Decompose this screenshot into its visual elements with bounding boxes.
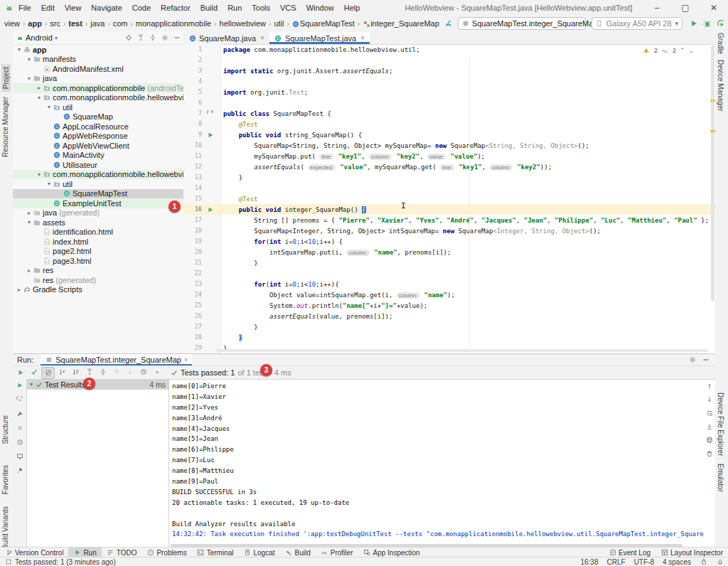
chevron-down-icon[interactable]: ▾	[46, 104, 53, 110]
breadcrumb-item[interactable]: util	[272, 19, 285, 28]
stripe-device-file-explorer[interactable]: Device File Explorer	[717, 393, 724, 456]
breadcrumb-item[interactable]: src	[48, 19, 62, 28]
bell-icon[interactable]	[716, 558, 724, 566]
close-icon[interactable]: ×	[184, 356, 188, 363]
chevron-down-icon[interactable]: ▾	[16, 46, 23, 53]
tree-item-java[interactable]: ▾java	[13, 74, 183, 84]
collapseall-icon[interactable]	[149, 34, 156, 42]
close-icon[interactable]: ×	[360, 34, 365, 42]
pin-icon[interactable]	[16, 466, 23, 474]
breadcrumb-item[interactable]: java	[89, 19, 106, 28]
profiler-icon[interactable]	[716, 19, 725, 28]
tree-item-res[interactable]: ▸res	[13, 266, 183, 276]
test-results-row[interactable]: ▾ Test Results 4 ms	[27, 379, 168, 390]
toolwindow-button-build[interactable]: Build	[280, 548, 316, 557]
monitor-icon[interactable]	[16, 452, 23, 460]
editor[interactable]: CSquareMap.java×CSquareMapTest.java× 2 2…	[183, 31, 715, 353]
menu-window[interactable]: Window	[301, 4, 339, 12]
breadcrumb-item[interactable]: hellowebview	[218, 19, 267, 28]
close-icon[interactable]: ×	[260, 34, 264, 42]
print-icon[interactable]	[706, 436, 714, 444]
run-console[interactable]: name[0]=Pierrename[1]=Xaviername[2]=Yves…	[169, 379, 704, 548]
next-problem-icon[interactable]: ⌄	[688, 47, 694, 54]
tree-item-utilisateur[interactable]: CUtilisateur	[13, 160, 183, 170]
check-button[interactable]	[28, 367, 40, 378]
run-test-icon[interactable]	[205, 129, 215, 140]
editor-horizontal-scrollbar[interactable]	[216, 349, 708, 352]
gear-icon[interactable]	[688, 356, 696, 364]
tree-item-androidmanifest-xml[interactable]: AndroidManifest.xml	[13, 64, 183, 74]
project-view-selector[interactable]: Android	[26, 33, 53, 42]
chevron-right-icon[interactable]: ▸	[26, 210, 33, 216]
tree-item-util[interactable]: ▾util	[13, 102, 183, 112]
tree-item-index-html[interactable]: index.html	[13, 237, 183, 247]
status-message[interactable]: Tests passed: 1 (3 minutes ago)	[15, 558, 116, 566]
tree-item-appwebviewclient[interactable]: CAppWebViewClient	[13, 141, 183, 151]
chevron-down-icon[interactable]: ▾	[46, 181, 53, 187]
expandall-button[interactable]	[83, 367, 95, 378]
breadcrumb-item[interactable]: CSquareMapTest	[291, 19, 356, 28]
menu-view[interactable]: View	[60, 4, 87, 12]
hide-icon[interactable]	[702, 356, 710, 364]
maximize-button[interactable]: ▢	[671, 3, 700, 13]
menu-navigate[interactable]: Navigate	[86, 4, 127, 12]
breadcrumb-item[interactable]: com	[112, 19, 129, 28]
stripe-favorites[interactable]: Favorites	[1, 465, 9, 494]
breadcrumb-item[interactable]: monapplicationmobile	[134, 19, 213, 28]
close-button[interactable]: ✕	[700, 3, 728, 13]
sort-alpha-button[interactable]: a	[56, 367, 68, 378]
menu-help[interactable]: Help	[339, 4, 365, 12]
hide-icon[interactable]	[173, 34, 181, 42]
toolwindow-button-version-control[interactable]: Version Control	[0, 548, 68, 557]
menu-tools[interactable]: Tools	[247, 4, 275, 12]
stop-dis-icon[interactable]	[16, 424, 23, 432]
menu-build[interactable]: Build	[196, 4, 223, 12]
stripe-resource-manager[interactable]: Resource Manager	[1, 97, 9, 157]
menu-refactor[interactable]: Refactor	[156, 4, 196, 12]
tree-item-gradle-scripts[interactable]: ▸Gradle Scripts	[13, 285, 183, 295]
inspection-widget[interactable]: 2 2 ⌃ ⌄	[640, 46, 697, 55]
tree-item-page2-html[interactable]: page2.html	[13, 247, 183, 257]
editor-scrollbar[interactable]	[710, 44, 715, 348]
tree-item-assets[interactable]: ▾assets	[13, 218, 183, 228]
tree-item-applocalresource[interactable]: CAppLocalResource	[13, 122, 183, 132]
tree-item-appwebresponse[interactable]: CAppWebResponse	[13, 132, 183, 142]
tree-item-squaremap[interactable]: CSquareMap	[13, 112, 183, 122]
rerun-icon[interactable]	[14, 368, 26, 378]
arrow-down-icon[interactable]	[706, 395, 714, 403]
toolwindow-button-event-log[interactable]: Event Log	[604, 548, 655, 557]
stripe-device-manager[interactable]: Device Manager	[717, 60, 724, 112]
chevron-right-icon[interactable]: ▸	[36, 85, 43, 91]
scrollend-icon[interactable]	[706, 422, 714, 430]
class-run-icon[interactable]	[206, 110, 214, 117]
device-select[interactable]: Galaxy A50 API 28 ▾	[592, 17, 682, 30]
editor-tab-squaremaptest-java[interactable]: CSquareMapTest.java×	[269, 32, 370, 44]
tree-item-app[interactable]: ▾app	[13, 45, 183, 55]
menu-code[interactable]: Code	[127, 4, 156, 12]
tree-item-squaremaptest[interactable]: CSquareMapTest	[13, 189, 183, 199]
sort-dur-button[interactable]	[70, 367, 82, 378]
run-class-icon[interactable]	[205, 108, 215, 119]
toolwindow-button-logcat[interactable]: Logcat	[239, 548, 280, 557]
clock-widget[interactable]: 16:38	[580, 558, 598, 566]
softwrap-icon[interactable]	[706, 409, 714, 417]
chevron-down-icon[interactable]: ▾	[26, 219, 33, 225]
run-test-icon[interactable]	[205, 204, 215, 215]
toolwindow-button-app-inspection[interactable]: App Inspection	[358, 548, 424, 557]
slash-button[interactable]	[41, 367, 55, 379]
toolwindow-button-problems[interactable]: Problems	[141, 548, 191, 557]
tree-item-util[interactable]: ▾util	[13, 179, 183, 189]
tree-item-identification-html[interactable]: identification.html	[13, 228, 183, 237]
chevron-down-icon[interactable]: ▾	[26, 75, 33, 82]
tree-item-com-monapplicationmobile-hellowebview[interactable]: ▾com.monapplicationmobile.hellowebview	[13, 93, 183, 103]
line-ending-widget[interactable]: CRLF	[607, 558, 626, 566]
arrow-up-icon[interactable]	[706, 382, 714, 390]
tree-item-manifests[interactable]: ▾manifests	[13, 55, 183, 65]
toolwindow-button-run[interactable]: Run	[68, 548, 101, 557]
chevron-right-icon[interactable]: ▸	[26, 267, 33, 274]
breadcrumb-item[interactable]: app	[26, 19, 43, 28]
play-icon[interactable]	[16, 381, 23, 389]
stripe-emulator[interactable]: Emulator	[717, 464, 724, 492]
menu-file[interactable]: File	[14, 4, 36, 12]
up-dis-button[interactable]	[110, 367, 122, 378]
